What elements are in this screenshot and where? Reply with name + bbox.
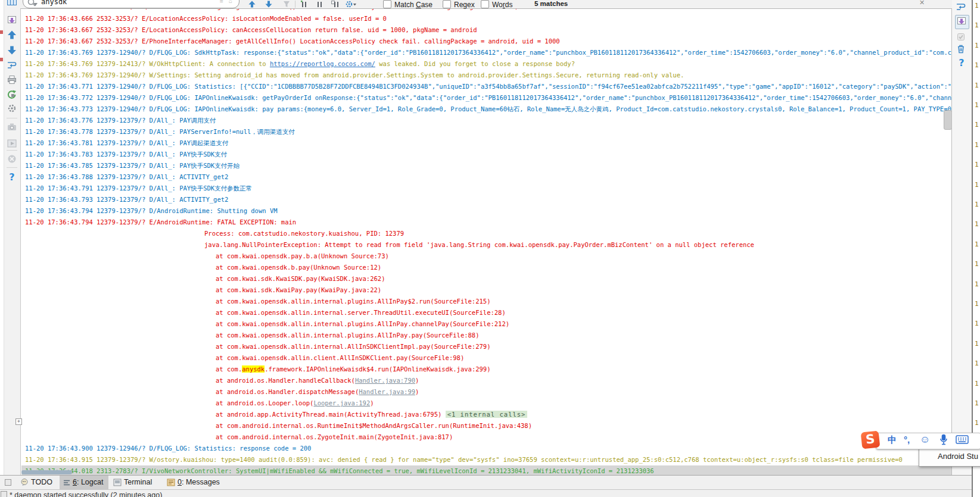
tab-terminal[interactable]: Terminal <box>113 476 152 490</box>
emoji-icon[interactable]: ☺ <box>920 434 930 446</box>
log-line[interactable]: Process: com.catstudio.nekostory.kuaisho… <box>21 228 951 239</box>
log-line[interactable]: 11-20 17:36:43.783 12379-12379/? D/All_:… <box>21 149 951 160</box>
search-field[interactable]: ≡ ⌂ <box>23 0 239 8</box>
keyboard-icon[interactable] <box>956 435 969 444</box>
tab-messages[interactable]: 0: Messages <box>167 476 220 490</box>
log-line[interactable]: 11-20 17:36:43.667 2532-3253/? E/PhoneIn… <box>21 36 951 47</box>
screenshot-camera-icon[interactable] <box>6 121 18 133</box>
vertical-scrollbar[interactable] <box>944 110 951 130</box>
horizontal-scrollbar[interactable] <box>21 470 72 474</box>
log-line[interactable]: at android.os.Handler.dispatchMessage(Ha… <box>21 386 951 398</box>
stack-file-link[interactable]: Looper.java:192 <box>313 399 370 407</box>
stack-file-link[interactable]: Handler.java:99 <box>359 388 415 395</box>
prev-occurrence-icon[interactable] <box>248 0 257 8</box>
log-text: 11-20 17:36:43.781 12379-12379/? D/All_:… <box>25 139 228 146</box>
log-line[interactable]: 11-20 17:36:43.915 12379-12379/? W/ostor… <box>21 454 951 465</box>
log-line[interactable]: at com.kwai.opensdk.b.pay(Unknown Source… <box>21 262 951 273</box>
log-line[interactable]: at android.os.Handler.handleCallback(Han… <box>21 375 951 386</box>
log-line[interactable]: at com.kwai.opensdk.allin.internal.plugi… <box>21 318 951 330</box>
log-text: was leaked. Did you forget to close a re… <box>375 60 575 67</box>
log-text: Process: com.catstudio.nekostory.kuaisho… <box>204 230 404 237</box>
log-line[interactable]: at android.os.Looper.loop(Looper.java:19… <box>21 398 951 409</box>
log-line[interactable]: at com.kwai.opensdk.allin.client.AllInSD… <box>21 352 951 364</box>
log-line[interactable]: java.lang.NullPointerException: Attempt … <box>21 239 951 251</box>
sogou-logo-icon[interactable]: S <box>861 431 881 449</box>
help-icon[interactable]: ? <box>6 171 18 183</box>
background-log-fragment: 1 <box>975 21 979 31</box>
terminate-icon[interactable] <box>6 153 18 165</box>
soft-wrap-icon[interactable] <box>6 59 18 71</box>
regex-checkbox[interactable]: Regex <box>443 0 475 9</box>
export-to-file-icon[interactable] <box>6 14 18 26</box>
log-line[interactable]: 11-20 17:36:43.769 12379-12940/? W/Setti… <box>21 70 951 81</box>
log-line[interactable]: at com.kwai.opensdk.allin.internal.AllIn… <box>21 341 951 352</box>
search-options-gear-icon[interactable] <box>345 0 354 8</box>
tab-logcat[interactable]: 6: Logcat <box>60 476 108 490</box>
filter-icon[interactable] <box>282 0 292 8</box>
next-occurrence-icon[interactable] <box>265 0 274 8</box>
log-line[interactable]: 11-20 17:36:43.785 12379-12379/? D/All_:… <box>21 160 951 171</box>
log-text: 11-20 17:36:43.788 12379-12379/? D/All_:… <box>25 173 228 180</box>
down-stack-trace-icon[interactable] <box>6 44 18 56</box>
log-text: at com.kwai.opensdk.allin.client.AllInSD… <box>216 354 464 361</box>
log-line[interactable]: 11-20 17:36:43.772 12379-12940/? D/FLQG_… <box>21 92 951 104</box>
print-icon[interactable] <box>6 74 18 86</box>
settings-gear-icon[interactable] <box>6 102 18 114</box>
log-line[interactable]: at com.kwai.opensdk.allin.internal.plugi… <box>21 296 951 307</box>
words-checkbox[interactable]: Words <box>481 0 512 9</box>
tab-todo[interactable]: TODO <box>20 476 52 490</box>
log-line[interactable]: 11-20 17:36:43.791 12379-12379/? D/All_:… <box>21 183 951 194</box>
punctuation-icon[interactable]: °, <box>904 435 910 445</box>
log-line[interactable]: 11-20 17:36:43.776 12379-12379/? D/All_:… <box>21 115 951 126</box>
match-case-checkbox[interactable]: Match Case <box>383 0 433 9</box>
restart-logcat-icon[interactable] <box>6 89 18 101</box>
log-line[interactable]: at com.android.internal.os.RuntimeInit$M… <box>21 420 951 432</box>
log-line[interactable]: 11-20 17:36:43.788 12379-12379/? D/All_:… <box>21 171 951 183</box>
log-line[interactable]: at com.kwai.sdk.KwaiSDK.pay(KwaiSDK.java… <box>21 273 951 285</box>
log-line[interactable]: 11-20 17:36:43.794 12379-12379/? D/Andro… <box>21 205 951 217</box>
log-line[interactable]: 11-20 17:36:43.781 12379-12379/? D/All_:… <box>21 137 951 149</box>
log-line[interactable]: 11-20 17:36:43.900 12379-12946/? D/FLQG_… <box>21 443 951 454</box>
log-line[interactable]: 11-20 17:36:43.794 12379-12379/? E/Andro… <box>21 217 951 228</box>
help-icon[interactable]: ? <box>955 57 968 70</box>
clear-all-trash-icon[interactable] <box>955 43 968 56</box>
log-text: at com.kwai.opensdk.b.pay(Unknown Source… <box>216 264 381 271</box>
log-line[interactable]: 11-20 17:36:43.769 12379-12413/? W/OkHtt… <box>21 58 951 70</box>
log-line[interactable]: at com.kwai.opensdk.allin.internal.plugi… <box>21 330 951 341</box>
background-log-fragment: 1 <box>975 201 979 210</box>
checkbox-icon <box>443 0 451 8</box>
screen-record-icon[interactable] <box>6 137 18 149</box>
log-line[interactable]: 11-20 17:36:43.778 12379-12379/? D/All_:… <box>21 126 951 137</box>
log-line[interactable]: 11-20 17:36:43.773 12379-12940/? D/FLQG_… <box>21 104 951 115</box>
log-line[interactable]: 11-20 17:36:43.769 12379-12940/? D/FLQG_… <box>21 47 951 58</box>
log-line[interactable]: 11-20 17:36:43.666 2532-3253/? E/Locatio… <box>21 13 951 24</box>
up-stack-trace-icon[interactable] <box>6 29 18 41</box>
newline-toggle-icon[interactable] <box>300 0 309 8</box>
selection-toggle-icon[interactable] <box>331 0 340 8</box>
columns-icon[interactable] <box>6 0 18 8</box>
log-hyperlink[interactable]: https://reportlog.cocos.com/ <box>270 60 375 67</box>
log-line[interactable]: at com.kwai.sdk.KwaiPay.pay(KwaiPay.java… <box>21 285 951 296</box>
log-line[interactable]: at com.android.internal.os.ZygoteInit.ma… <box>21 432 951 443</box>
log-line[interactable]: 11-20 17:36:43.793 12379-12379/? D/All_:… <box>21 194 951 205</box>
close-find-bar-icon[interactable]: ✕ <box>919 0 925 7</box>
toolwindow-toggle-icon[interactable] <box>1 491 7 497</box>
log-line[interactable]: at android.app.ActivityThread.main(Activ… <box>21 409 951 420</box>
folded-calls-chip[interactable]: <1 internal calls> <box>446 411 528 418</box>
search-history-caret-icon[interactable] <box>33 3 38 7</box>
log-line[interactable]: at com.kwai.opensdk.pay.b.a(Unknown Sour… <box>21 251 951 262</box>
toolwindow-list-icon[interactable] <box>5 479 11 486</box>
search-input[interactable] <box>40 0 191 7</box>
regex-toggle-icon[interactable] <box>315 0 325 8</box>
microphone-icon[interactable] <box>939 434 948 446</box>
soft-wrap-icon[interactable] <box>955 1 968 14</box>
log-line[interactable]: at com.kwai.opensdk.allin.internal.serve… <box>21 307 951 318</box>
log-line[interactable]: at com.anysdk.framework.IAPOnlineKwaisdk… <box>21 364 951 375</box>
log-line[interactable]: 11-20 17:36:43.771 12379-12940/? D/FLQG_… <box>21 81 951 92</box>
log-line[interactable]: 11-20 17:36:43.667 2532-3253/? E/Locatio… <box>21 24 951 36</box>
chinese-mode-icon[interactable]: 中 <box>888 435 897 446</box>
log-line[interactable]: 11-20 17:36:44.018 2313-2783/? I/VivoNet… <box>21 465 951 475</box>
unfold-plus-icon[interactable]: + <box>15 418 22 425</box>
stack-file-link[interactable]: Handler.java:790 <box>355 377 415 384</box>
scroll-to-end-icon[interactable] <box>955 15 969 29</box>
